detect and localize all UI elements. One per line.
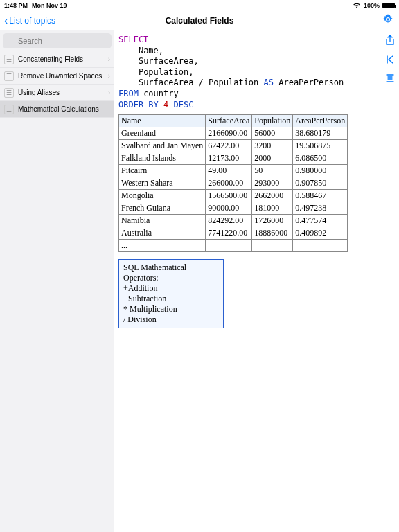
- table-row: Namibia824292.0017260000.477574: [119, 215, 348, 227]
- chevron-right-icon: ›: [108, 55, 110, 63]
- col-header: SurfaceArea: [206, 115, 252, 127]
- sidebar-item-2[interactable]: ☰Using Aliases›: [0, 85, 114, 101]
- table-row: Western Sahara266000.002930000.907850: [119, 177, 348, 190]
- battery-icon: [382, 3, 395, 8]
- status-bar: 1:48 PM Mon Nov 19 100%: [0, 0, 399, 11]
- table-row: Mongolia1566500.0026620000.588467: [119, 190, 348, 202]
- sql-code: SELECT Name, SurfaceArea, Population, Su…: [118, 35, 396, 110]
- nav-bar: ‹ List of topics Calculated Fields: [0, 11, 399, 30]
- table-row: ...: [119, 240, 348, 252]
- sidebar-item-3[interactable]: ☰Mathematical Calculations: [0, 101, 114, 118]
- page-title: Calculated Fields: [0, 16, 399, 26]
- battery-pct: 100%: [364, 2, 380, 9]
- topic-icon: ☰: [4, 55, 14, 64]
- sidebar-item-1[interactable]: ☰Remove Unwanted Spaces›: [0, 68, 114, 85]
- topic-label: Mathematical Calculations: [18, 105, 110, 113]
- table-row: Falkland Islands12173.0020006.086500: [119, 152, 348, 165]
- wifi-icon: [353, 2, 361, 10]
- operators-note: SQL Mathematical Operators: +Addition - …: [118, 259, 224, 328]
- col-header: Name: [119, 115, 206, 127]
- back-label: List of topics: [9, 16, 55, 26]
- topic-label: Remove Unwanted Spaces: [18, 72, 108, 80]
- table-row: Svalbard and Jan Mayen62422.00320019.506…: [119, 140, 348, 152]
- topic-label: Concatenating Fields: [18, 55, 108, 63]
- col-header: Population: [252, 115, 293, 127]
- right-toolbar: [385, 35, 395, 85]
- topic-icon: ☰: [4, 105, 14, 114]
- table-row: French Guiana90000.001810000.497238: [119, 202, 348, 215]
- status-time: 1:48 PM: [4, 2, 28, 9]
- search-input[interactable]: [3, 33, 112, 48]
- topic-label: Using Aliases: [18, 89, 108, 96]
- chevron-right-icon: ›: [108, 89, 110, 96]
- table-row: Pitcairn49.00500.980000: [119, 165, 348, 177]
- result-table: NameSurfaceAreaPopulationAreaPerPerson G…: [118, 114, 348, 252]
- col-header: AreaPerPerson: [293, 115, 348, 127]
- share-button[interactable]: [385, 35, 395, 48]
- table-row: Greenland2166090.005600038.680179: [119, 127, 348, 140]
- sidebar: ☰Concatenating Fields›☰Remove Unwanted S…: [0, 30, 114, 532]
- content-pane: SELECT Name, SurfaceArea, Population, Su…: [114, 30, 399, 532]
- sidebar-item-0[interactable]: ☰Concatenating Fields›: [0, 51, 114, 68]
- table-row: Australia7741220.00188860000.409892: [119, 227, 348, 240]
- go-first-button[interactable]: [385, 55, 395, 66]
- chevron-right-icon: ›: [108, 72, 110, 80]
- status-date: Mon Nov 19: [32, 2, 67, 9]
- chevron-left-icon: ‹: [4, 15, 8, 27]
- back-button[interactable]: ‹ List of topics: [4, 15, 55, 27]
- topic-icon: ☰: [4, 71, 14, 81]
- go-last-button[interactable]: [385, 73, 395, 85]
- settings-button[interactable]: [382, 14, 393, 27]
- topic-icon: ☰: [4, 88, 14, 98]
